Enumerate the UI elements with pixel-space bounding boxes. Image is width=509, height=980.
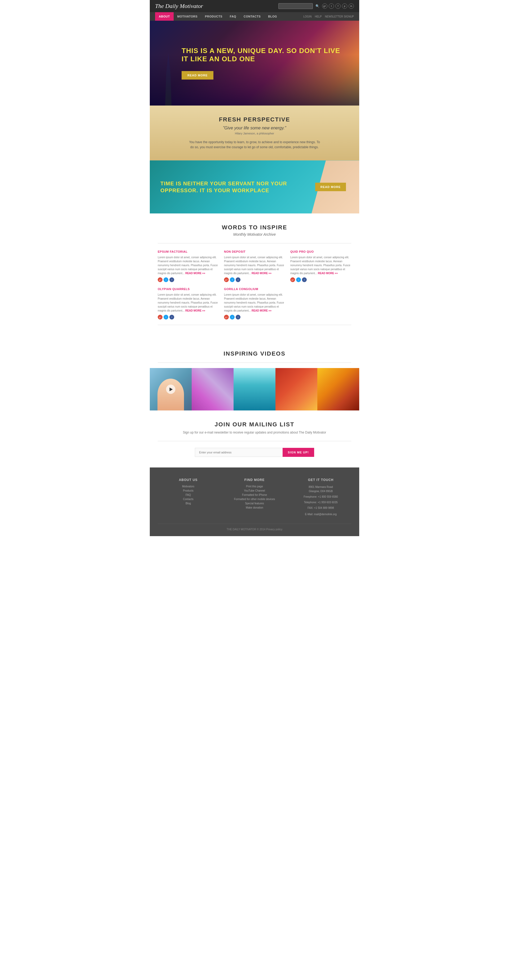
inspire-card-1-text: Lorem ipsum dolor sit amet, conser adipi… bbox=[158, 255, 219, 275]
navigation: ABOUT MOTIVATORS PRODUCTS FAQ CONTACTS B… bbox=[150, 12, 359, 21]
site-title: The Daily Motivator bbox=[155, 3, 203, 10]
inspire-card-3-icons: g+ t f bbox=[290, 277, 351, 282]
inspire-card-5-readmore[interactable]: READ MORE »» bbox=[251, 309, 272, 312]
hero-content: THIS IS A NEW, UNIQUE DAY. SO DON'T LIVE… bbox=[161, 47, 348, 80]
twitter-share-icon-4[interactable]: t bbox=[164, 315, 169, 320]
google-share-icon-2[interactable]: g+ bbox=[224, 277, 229, 282]
fresh-quote: "Give your life some new energy." bbox=[155, 126, 354, 130]
twitter-share-icon-2[interactable]: t bbox=[230, 277, 235, 282]
mailing-form: SIGN ME UP! bbox=[195, 448, 314, 457]
nav-item-products[interactable]: PRODUCTS bbox=[201, 12, 226, 21]
footer-link-iphone[interactable]: Formatted for iPhone bbox=[224, 493, 285, 496]
video-1-play-button[interactable] bbox=[166, 385, 175, 394]
inspire-card-5-title: GORILLA CONGOLIUM bbox=[224, 288, 285, 291]
nav-item-blog[interactable]: BLOG bbox=[264, 12, 281, 21]
footer-link-faq[interactable]: FAQ bbox=[158, 493, 219, 496]
inspire-divider bbox=[158, 243, 351, 243]
footer: ABOUT US Motivators Products FAQ Contact… bbox=[150, 468, 359, 536]
footer-address: 8901 Marmara RoadGlasgow, D04 89GB bbox=[290, 485, 351, 493]
footer-find-title: FIND MORE bbox=[224, 478, 285, 482]
footer-telephone: Telephone: +1 959 603 6035 bbox=[290, 500, 351, 504]
video-thumb-3[interactable] bbox=[234, 368, 275, 410]
footer-link-contacts[interactable]: Contacts bbox=[158, 498, 219, 501]
mailing-text: Sign up for our e-mail newsletter to rec… bbox=[158, 431, 351, 434]
footer-bottom: THE DAILY MOTIVATOR © 2014 Privacy polic… bbox=[158, 524, 351, 531]
video-5-bg bbox=[317, 368, 359, 410]
google-share-icon-3[interactable]: g+ bbox=[290, 277, 295, 282]
nav-item-motivators[interactable]: MOTIVATORS bbox=[173, 12, 202, 21]
google-share-icon-4[interactable]: g+ bbox=[158, 315, 162, 320]
inspire-card-4-readmore[interactable]: READ MORE »» bbox=[185, 309, 205, 312]
mailing-signup-button[interactable]: SIGN ME UP! bbox=[283, 448, 314, 457]
inspire-card-2-readmore[interactable]: READ MORE »» bbox=[251, 272, 272, 275]
videos-grid bbox=[150, 368, 359, 410]
inspire-card-1-icons: g+ t f bbox=[158, 277, 219, 282]
twitter-icon[interactable]: t bbox=[329, 3, 334, 9]
inspire-card-1-readmore[interactable]: READ MORE »» bbox=[185, 272, 205, 275]
videos-title: INSPIRING VIDEOS bbox=[150, 350, 359, 357]
inspire-card-2-text: Lorem ipsum dolor sit amet, conser adipi… bbox=[224, 255, 285, 275]
nav-links: ABOUT MOTIVATORS PRODUCTS FAQ CONTACTS B… bbox=[155, 12, 281, 21]
quote-banner-read-more-button[interactable]: READ MORE bbox=[315, 183, 346, 191]
facebook-share-icon[interactable]: f bbox=[169, 277, 174, 282]
footer-link-youtube[interactable]: YouTube Channel bbox=[224, 489, 285, 492]
inspire-grid-bottom: OLYPIAN QUARRELS Lorem ipsum dolor sit a… bbox=[158, 288, 351, 320]
fresh-text: You have the opportunity today to learn,… bbox=[188, 140, 321, 150]
footer-contact-title: GET IT TOUCH bbox=[290, 478, 351, 482]
facebook-share-icon-3[interactable]: f bbox=[302, 277, 307, 282]
facebook-icon[interactable]: f bbox=[336, 3, 340, 9]
hero-read-more-button[interactable]: READ MORE bbox=[181, 71, 213, 80]
inspire-section: WORDS TO INSPIRE Monthly Motivator Archi… bbox=[150, 213, 359, 342]
mailing-email-input[interactable] bbox=[195, 448, 283, 457]
nav-item-about[interactable]: ABOUT bbox=[155, 12, 173, 21]
inspire-title: WORDS TO INSPIRE bbox=[158, 224, 351, 231]
google-share-icon-5[interactable]: g+ bbox=[224, 315, 229, 320]
video-thumb-5[interactable] bbox=[317, 368, 359, 410]
nav-item-faq[interactable]: FAQ bbox=[226, 12, 240, 21]
footer-link-mobile[interactable]: Formatted for other mobile devices bbox=[224, 498, 285, 501]
google-share-icon[interactable]: g+ bbox=[158, 277, 162, 282]
inspire-card-3-readmore[interactable]: READ MORE »» bbox=[318, 272, 338, 275]
twitter-share-icon-5[interactable]: t bbox=[230, 315, 235, 320]
facebook-share-icon-5[interactable]: f bbox=[236, 315, 240, 320]
inspire-card-empty bbox=[290, 288, 351, 320]
twitter-share-icon-3[interactable]: t bbox=[296, 277, 301, 282]
footer-link-special[interactable]: Special features bbox=[224, 502, 285, 505]
mailing-title: JOIN OUR MAILING LIST bbox=[158, 421, 351, 428]
inspire-card-3-title: QUID PRO QUO bbox=[290, 250, 351, 253]
nav-item-contacts[interactable]: CONTACTS bbox=[240, 12, 264, 21]
inspire-card-2-title: NON DEPOSIT bbox=[224, 250, 285, 253]
google-plus-icon[interactable]: g+ bbox=[322, 3, 328, 9]
quote-banner: TIME IS NEITHER YOUR SERVANT NOR YOUR OP… bbox=[150, 161, 359, 213]
facebook-share-icon-4[interactable]: f bbox=[169, 315, 174, 320]
nav-newsletter[interactable]: NEWSLETTER SIGNUP bbox=[325, 15, 354, 18]
footer-about: ABOUT US Motivators Products FAQ Contact… bbox=[158, 478, 219, 516]
social-icons: g+ t f p in bbox=[322, 3, 354, 9]
pinterest-icon[interactable]: p bbox=[342, 3, 347, 9]
footer-link-motivators[interactable]: Motivators bbox=[158, 485, 219, 488]
linkedin-icon[interactable]: in bbox=[348, 3, 354, 9]
search-icon[interactable]: 🔍 bbox=[315, 4, 320, 8]
video-thumb-4[interactable] bbox=[275, 368, 317, 410]
footer-link-blog[interactable]: Blog bbox=[158, 502, 219, 505]
footer-link-donate[interactable]: Make donation bbox=[224, 506, 285, 509]
hero-title: THIS IS A NEW, UNIQUE DAY. SO DON'T LIVE… bbox=[181, 47, 348, 63]
video-thumb-2[interactable] bbox=[192, 368, 234, 410]
mailing-divider bbox=[158, 441, 351, 441]
nav-login[interactable]: LOGIN bbox=[303, 15, 312, 18]
mailing-section: JOIN OUR MAILING LIST Sign up for our e-… bbox=[150, 410, 359, 468]
inspire-card-1-title: EPSUM FACTORIAL bbox=[158, 250, 219, 253]
inspire-card-2: NON DEPOSIT Lorem ipsum dolor sit amet, … bbox=[224, 250, 285, 282]
footer-link-products[interactable]: Products bbox=[158, 489, 219, 492]
inspire-card-2-icons: g+ t f bbox=[224, 277, 285, 282]
inspire-card-3-text: Lorem ipsum dolor sit amet, conser adipi… bbox=[290, 255, 351, 275]
inspire-card-5-icons: g+ t f bbox=[224, 315, 285, 320]
twitter-share-icon[interactable]: t bbox=[164, 277, 169, 282]
search-input[interactable] bbox=[278, 3, 313, 9]
nav-help[interactable]: HELP bbox=[315, 15, 321, 18]
footer-find: FIND MORE Print this page YouTube Channe… bbox=[224, 478, 285, 516]
hero-banner: THIS IS A NEW, UNIQUE DAY. SO DON'T LIVE… bbox=[150, 21, 359, 105]
footer-link-print[interactable]: Print this page bbox=[224, 485, 285, 488]
video-thumb-1[interactable] bbox=[150, 368, 192, 410]
facebook-share-icon-2[interactable]: f bbox=[236, 277, 240, 282]
